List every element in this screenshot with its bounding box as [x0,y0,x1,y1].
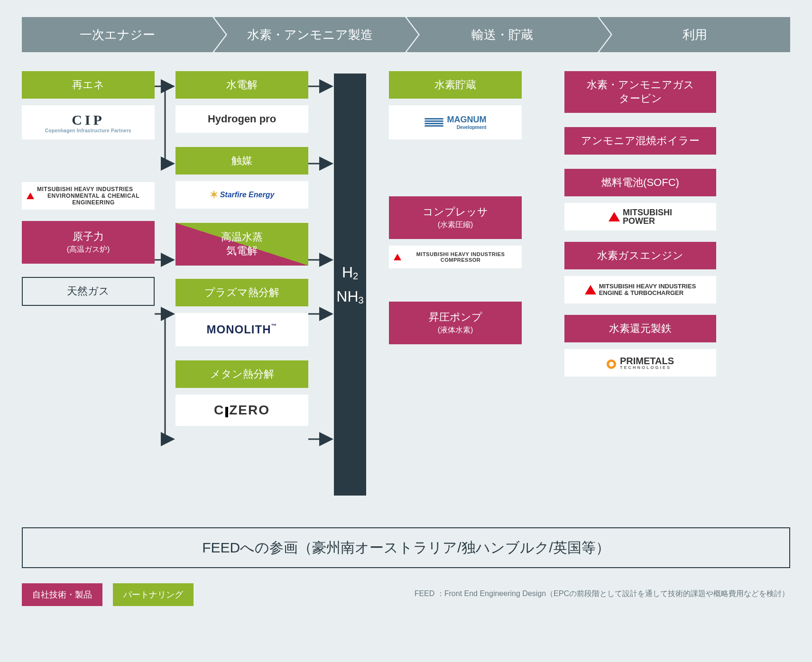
center-nh3: NH3 [336,288,363,305]
header-primary-energy-label: 一次エナジー [80,27,155,43]
logo-primetals-main: PRIMETALS [620,356,674,366]
tile-compressor-sub: (水素圧縮) [438,220,473,230]
column-utilization: 水素・アンモニアガス タービン アンモニア混焼ボイラー 燃料電池(SOFC) M… [564,71,716,377]
tile-methane: メタン熱分解 [175,360,308,388]
logo-magnum-main: MAGNUM [447,115,487,125]
logo-mhi-env-chem-l2: ENVIRONMENTAL & CHEMICAL ENGINEERING [37,193,150,206]
logo-mitsubishi-power: MITSUBISHI POWER [564,203,716,230]
mhi-triangle-icon [27,193,34,199]
header-transport-storage: 輸送・貯蔵 [407,17,598,52]
logo-mhi-compressor: MITSUBISHI HEAVY INDUSTRIES COMPRESSOR [389,246,522,268]
logo-mhi-engine-turbo: MITSUBISHI HEAVY INDUSTRIES ENGINE & TUR… [564,276,716,303]
header-production-label: 水素・アンモニア製造 [247,27,373,43]
value-chain-header: 一次エナジー 水素・アンモニア製造 輸送・貯蔵 利用 [22,17,790,52]
primetals-circle-icon [607,359,616,369]
logo-primetals: PRIMETALS TECHNOLOGIES [564,349,716,377]
center-h2: H2 [342,264,358,281]
czero-bars-icon [225,407,228,417]
logo-mhi-compressor-label: MITSUBISHI HEAVY INDUSTRIES COMPRESSOR [404,251,517,263]
legend-own-tech: 自社技術・製品 [22,583,102,606]
logo-mhiet-l2: ENGINE & TURBOCHARGER [599,290,683,296]
tile-nuclear: 原子力 (高温ガス炉) [22,221,155,264]
tile-compressor: コンプレッサ (水素圧縮) [389,196,522,239]
tile-methane-label: メタン熱分解 [210,368,274,381]
logo-magnum-sub: Development [457,125,487,130]
tile-water-electrolysis: 水電解 [175,71,308,99]
tile-booster-pump-label: 昇圧ポンプ [429,311,482,324]
legend-partnering: パートナリング [113,583,194,606]
tile-natural-gas-label: 天然ガス [67,285,110,298]
tile-catalyst: 触媒 [175,147,308,175]
tile-hydrogen-storage: 水素貯蔵 [389,71,522,99]
tile-sofc: 燃料電池(SOFC) [564,169,716,196]
center-h2-nh3-bar: H2 NH3 [334,74,366,496]
feed-footnote: FEED ：Front End Engineering Design（EPCの前… [415,589,789,599]
tile-hydrogen-steel: 水素還元製鉄 [564,315,716,342]
tile-water-electrolysis-label: 水電解 [226,78,258,92]
logo-mpower-l1: MITSUBISHI [623,208,672,217]
tile-high-temp-l2: 気電解 [226,244,258,258]
header-utilization: 利用 [600,17,790,52]
logo-czero-c: C [214,403,224,418]
logo-hydrogenpro: Hydrogen pro [175,105,308,133]
logo-monolith-label: MONOLITH [207,323,271,336]
tile-high-temp-l1: 高温水蒸 [221,230,263,244]
logo-mpower-l2: POWER [623,217,655,225]
tile-plasma-label: プラズマ熱分解 [204,286,279,300]
logo-mhiet-l1: MITSUBISHI HEAVY INDUSTRIES [599,283,696,290]
logo-cip: CIP Copenhagen Infrastructure Partners [22,105,155,139]
header-transport-storage-label: 輸送・貯蔵 [471,27,533,43]
magnum-waves-icon [424,118,443,127]
tile-booster-pump-sub: (液体水素) [438,325,473,335]
logo-mhi-env-chem: MITSUBISHI HEAVY INDUSTRIES ENVIRONMENTA… [22,182,155,210]
tile-gas-turbine-l2: タービン [619,92,662,106]
legend: 自社技術・製品 パートナリング [22,583,194,606]
tile-hydrogen-steel-label: 水素還元製鉄 [609,322,672,336]
column-transport-storage: 水素貯蔵 MAGNUM Development コンプレッサ (水素圧縮) MI… [389,71,522,344]
tile-compressor-label: コンプレッサ [423,205,488,219]
header-production: 水素・アンモニア製造 [214,17,405,52]
tile-gas-turbine-l1: 水素・アンモニアガス [587,78,694,92]
legend-partnering-label: パートナリング [123,589,183,600]
tile-high-temp-electrolysis: 高温水蒸 気電解 [175,223,308,266]
logo-cip-main: CIP [72,112,105,128]
logo-primetals-sub: TECHNOLOGIES [620,366,671,370]
diagram-canvas: 一次エナジー 水素・アンモニア製造 輸送・貯蔵 利用 再エネ CIP Copen… [0,0,812,662]
star-icon: ✶ [210,189,218,201]
mhi-triangle-icon [609,212,620,221]
tile-renewable: 再エネ [22,71,155,99]
header-utilization-label: 利用 [683,27,707,43]
tile-gas-engine-label: 水素ガスエンジン [597,249,683,263]
feed-participation-box: FEEDへの参画（豪州南オーストラリア/独ハンブルク/英国等） [22,527,790,568]
logo-monolith: MONOLITH™ [175,313,308,346]
tile-hydrogen-storage-label: 水素貯蔵 [434,78,476,92]
logo-hydrogenpro-label: Hydrogen pro [208,113,276,125]
column-primary-energy: 再エネ CIP Copenhagen Infrastructure Partne… [22,71,155,306]
legend-own-tech-label: 自社技術・製品 [32,589,92,600]
tile-sofc-label: 燃料電池(SOFC) [601,176,679,190]
tile-gas-turbine: 水素・アンモニアガス タービン [564,71,716,113]
tile-plasma: プラズマ熱分解 [175,279,308,306]
logo-magnum: MAGNUM Development [389,105,522,139]
feed-participation-label: FEEDへの参画（豪州南オーストラリア/独ハンブルク/英国等） [202,538,610,558]
tile-ammonia-boiler: アンモニア混焼ボイラー [564,127,716,155]
mhi-triangle-icon [394,254,401,260]
tile-natural-gas: 天然ガス [22,277,155,306]
tile-nuclear-label: 原子力 [73,230,104,244]
tile-nuclear-sub: (高温ガス炉) [67,245,110,255]
column-production: 水電解 Hydrogen pro 触媒 ✶ Starfire Energy 高温… [175,71,308,426]
header-primary-energy: 一次エナジー [22,17,212,52]
logo-cip-sub: Copenhagen Infrastructure Partners [45,128,131,133]
feed-footnote-text: FEED ：Front End Engineering Design（EPCの前… [415,589,789,598]
logo-czero: CZERO [175,395,308,426]
tile-booster-pump: 昇圧ポンプ (液体水素) [389,302,522,344]
tile-gas-engine: 水素ガスエンジン [564,242,716,269]
tile-catalyst-label: 触媒 [231,154,252,168]
logo-mhi-env-chem-l1: MITSUBISHI HEAVY INDUSTRIES [37,186,133,193]
logo-starfire-label: Starfire Energy [220,191,275,199]
mhi-triangle-icon [585,285,596,294]
tile-ammonia-boiler-label: アンモニア混焼ボイラー [581,134,700,148]
logo-czero-zero: ZERO [229,403,270,418]
tile-renewable-label: 再エネ [72,78,104,92]
logo-starfire: ✶ Starfire Energy [175,181,308,209]
